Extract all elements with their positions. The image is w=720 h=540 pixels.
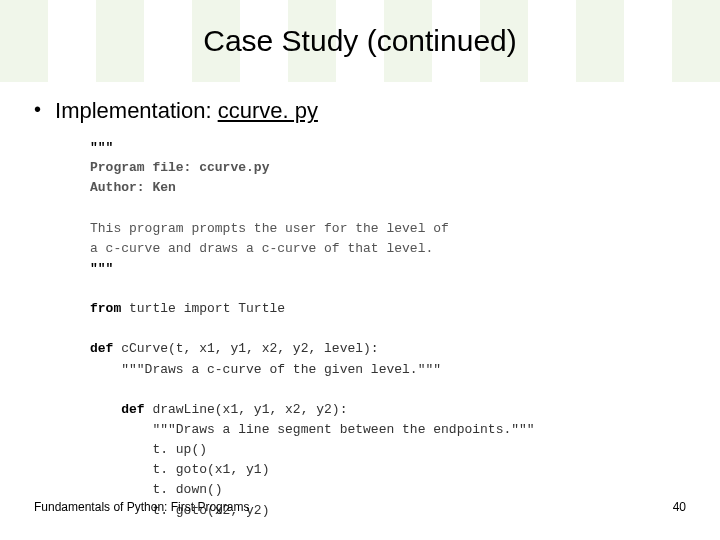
code-line: turtle import Turtle	[121, 301, 285, 316]
bullet-item: • Implementation: ccurve. py	[34, 98, 690, 124]
code-line: a c-curve and draws a c-curve of that le…	[90, 241, 433, 256]
code-line: t. down()	[90, 482, 223, 497]
code-line: t. goto(x1, y1)	[90, 462, 269, 477]
bullet-link[interactable]: ccurve. py	[218, 98, 318, 123]
code-kw-def: def	[90, 341, 113, 356]
bullet-text: Implementation: ccurve. py	[55, 98, 318, 124]
code-block: """ Program file: ccurve.py Author: Ken …	[90, 138, 690, 521]
code-line: """	[90, 140, 113, 155]
code-line: This program prompts the user for the le…	[90, 221, 449, 236]
code-line: """Draws a line segment between the endp…	[90, 422, 535, 437]
bullet-label: Implementation:	[55, 98, 218, 123]
slide-footer: Fundamentals of Python: First Programs 4…	[34, 500, 686, 514]
page-number: 40	[673, 500, 686, 514]
code-line: """Draws a c-curve of the given level.""…	[90, 362, 441, 377]
bullet-dot-icon: •	[34, 99, 41, 119]
code-line: Author: Ken	[90, 180, 176, 195]
code-kw-def: def	[90, 402, 145, 417]
code-line: cCurve(t, x1, y1, x2, y2, level):	[113, 341, 378, 356]
slide-title: Case Study (continued)	[203, 24, 517, 58]
code-line: drawLine(x1, y1, x2, y2):	[145, 402, 348, 417]
code-line: Program file: ccurve.py	[90, 160, 269, 175]
code-kw-from: from	[90, 301, 121, 316]
code-line: """	[90, 261, 113, 276]
code-line: t. up()	[90, 442, 207, 457]
slide: Case Study (continued) • Implementation:…	[0, 0, 720, 540]
footer-left: Fundamentals of Python: First Programs	[34, 500, 249, 514]
title-band: Case Study (continued)	[0, 0, 720, 82]
slide-body: • Implementation: ccurve. py """ Program…	[34, 98, 690, 521]
